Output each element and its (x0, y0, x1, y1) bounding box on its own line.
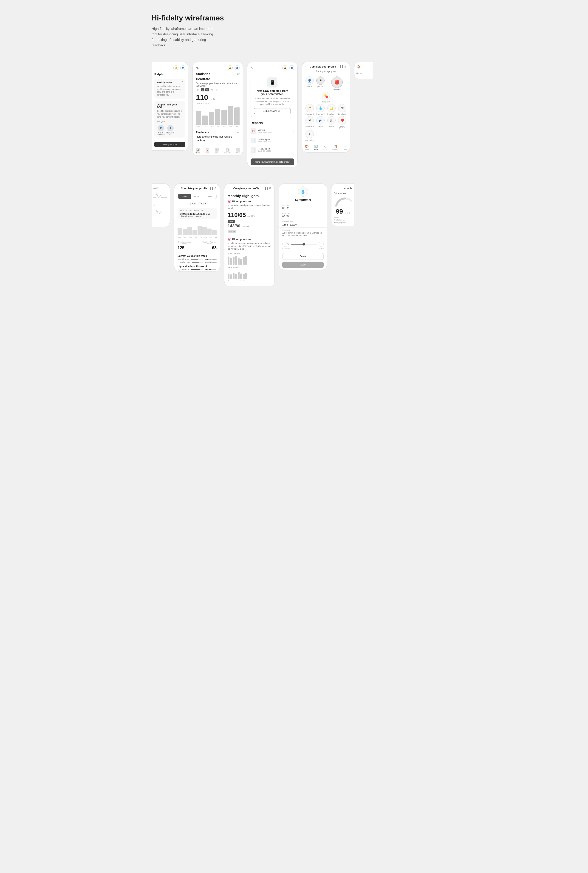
report-date-1: Sent: 15.04.2020 (258, 131, 272, 133)
ecg-detected-title: New ECG detected from your smartwatch (254, 89, 291, 96)
send-ecg-immediate-btn[interactable]: Send your ECG for immediate review (250, 159, 294, 165)
comment-field[interactable]: Comment Amet minim mollit non deserunt u… (279, 228, 327, 239)
symptom-item-5[interactable]: 🦵 Symptom 5 (305, 104, 315, 115)
symptom-item-4[interactable]: 💊 Symptom 4 (322, 92, 330, 103)
partial-right-nav: 🏠 Home (356, 65, 371, 74)
track-nav-track-label: Track (314, 149, 318, 150)
bp-partial-back[interactable]: ‹ (334, 186, 335, 190)
period-tabs: D S S M Y (193, 88, 243, 92)
severity-section: − 5 + not severe severe (279, 239, 327, 251)
monthly-back-arrow[interactable]: ‹ (228, 186, 229, 190)
track-track-icon: 📊 (314, 145, 318, 148)
report-item-2[interactable]: 📄 Ready report! Sent: 12.04.2020 › (250, 136, 294, 146)
symptom-item-7[interactable]: 🌙 Symptom 7 (327, 104, 336, 115)
ecg-detected-desc: Submit your new ECG and then send it to … (254, 97, 291, 106)
month-label-current: April (228, 220, 235, 223)
back-arrow-icon[interactable]: ‹ (305, 65, 306, 69)
report-item-1[interactable]: ⏰ Waiting Sent: 15.04.2020 › (250, 126, 294, 136)
settings-icon[interactable]: ⚙ (344, 65, 346, 68)
track-nav-more[interactable]: ··· More (344, 145, 347, 150)
tab-month[interactable]: Month (190, 194, 204, 199)
track-nav-home[interactable]: 🏠 Home (304, 145, 309, 150)
date-nav-left[interactable]: ‹ (177, 202, 178, 206)
user-icon-stats[interactable]: 👤 (234, 65, 240, 70)
period-m[interactable]: M (210, 88, 214, 92)
bell-icon-reports[interactable]: 🔔 (282, 65, 287, 70)
track-icon: 📊 (206, 148, 209, 152)
report-item-3[interactable]: 📄 Ready report! Sent: 8.04.2020 › (250, 146, 294, 155)
partial-arrow-2[interactable]: › (153, 220, 168, 224)
symptom-icon-9: ❤ (306, 116, 314, 124)
track-nav-ecg[interactable]: ∿ ECG (323, 145, 327, 150)
symptom-item-3[interactable]: 👁 Symptom 3 (316, 76, 326, 90)
bp-heart-icon-1: 💓 (228, 200, 231, 203)
severity-slider[interactable] (291, 244, 317, 244)
symptom-item-custom[interactable]: + Add custom (305, 130, 315, 141)
bar-label-wed: Wed (210, 125, 213, 127)
reading-bar-1-3 (232, 257, 234, 265)
symptom-detail-name: Symptom 6 (282, 198, 324, 201)
reminders-header: Reminders Edit (196, 131, 240, 134)
reading-bar-2-6 (240, 273, 242, 279)
symptom-item-sleep[interactable]: 💤 Sleep (316, 116, 326, 129)
pair-blood-text: Pair your bloo (334, 192, 352, 194)
weekly-settings-icon[interactable]: ⚙ (214, 187, 217, 190)
wl-f: F (238, 279, 239, 281)
period-y[interactable]: Y (215, 88, 218, 92)
reading-row-1: +18.85 mmHG (228, 252, 271, 265)
weekly-stats-icon: ▐▐ (209, 187, 213, 190)
nav-track[interactable]: 📊 Track (206, 148, 210, 154)
symptom-item-1[interactable]: 👤 Symptom 1 (305, 76, 315, 90)
heartrate-desc: On average, your hearrate is better than… (193, 82, 243, 87)
close-score-btn[interactable]: ✕ (182, 80, 183, 82)
reading-bar-2-2 (230, 274, 232, 279)
nav-evaluate[interactable]: 📋 Evaluate (224, 148, 231, 154)
symptom-icon-5: 🦵 (306, 104, 314, 112)
tab-week[interactable]: Week (178, 194, 190, 199)
tab-year[interactable]: Year (204, 194, 216, 199)
symptom-item-bp[interactable]: ❤️ Blood pressure (338, 116, 347, 129)
stats-edit-link[interactable]: Edit (236, 73, 240, 75)
reports-section: Reports ⏰ Waiting Sent: 15.04.2020 › 📄 (248, 119, 297, 157)
send-ecg-button-1[interactable]: Send your ECG (154, 142, 185, 147)
reminders-edit[interactable]: Edit (236, 131, 240, 134)
weekly-back-arrow[interactable]: ‹ (177, 186, 179, 190)
submit-ecg-button[interactable]: Submit your ECG (254, 108, 291, 114)
card-divider (228, 237, 271, 237)
bell-icon-stats[interactable]: 🔔 (228, 65, 232, 70)
gauge-svg (334, 196, 352, 207)
track-nav-track[interactable]: 📊 Track (314, 145, 318, 150)
symptom-item-8[interactable]: ⚖ Symptom 8 (338, 104, 347, 115)
period-s1[interactable]: S (201, 88, 204, 92)
severity-decrease-btn[interactable]: − (282, 242, 287, 247)
symptom-item-6[interactable]: 💧 Symptom 6 (316, 104, 326, 115)
save-button[interactable]: Save (282, 262, 324, 268)
nav-home[interactable]: 🏠 Home (195, 148, 200, 154)
nav-more[interactable]: ··· More (236, 148, 240, 154)
date-range-text: 11 April - 17 April (188, 202, 206, 205)
period-d[interactable]: D (196, 88, 200, 92)
symptom-item-9[interactable]: ❤ Symptom 9 (305, 116, 315, 129)
period-s2[interactable]: S (206, 88, 209, 92)
symptom-grid: 👤 Symptom 1 👁 Symptom 3 🔴 Symptom 2 💊 Sy… (302, 75, 350, 142)
severity-increase-btn[interactable]: + (319, 242, 324, 247)
user-icon-reports[interactable]: 👤 (289, 65, 294, 70)
ecg-detected-card: 📱 New ECG detected from your smartwatch … (250, 74, 294, 117)
reading-bar-2-4 (235, 274, 237, 279)
track-nav-evaluate[interactable]: 📋 Evaluate (332, 145, 338, 150)
symptom-item-weight[interactable]: ⚖ Weight (327, 116, 336, 129)
date-nav-right[interactable]: › (216, 202, 217, 206)
wl-s1: S (240, 279, 242, 281)
symptom-item-2-large[interactable]: 🔴 Symptom 2 (327, 76, 347, 90)
nav-ecg[interactable]: ∿ ECG (215, 148, 219, 154)
diastolic-avg-value: 63 (212, 246, 217, 250)
wireframes-row-1: 🔔 👤 Ralph ✕ weekly score can still be be… (152, 62, 436, 167)
highest-fill-1 (191, 269, 200, 270)
delete-button[interactable]: Delete (282, 253, 324, 260)
partial-arrow-1[interactable]: › (153, 203, 168, 207)
chevron-right-icon-2: › (294, 139, 294, 142)
page-title: Hi-fidelty wireframes (152, 14, 436, 22)
monthly-settings-icon[interactable]: ⚙ (269, 187, 271, 190)
bar-label-thu: Thu (216, 125, 219, 127)
measurement-entry-1[interactable]: 15 april - 3 measurements Systolic min 1… (177, 208, 217, 219)
